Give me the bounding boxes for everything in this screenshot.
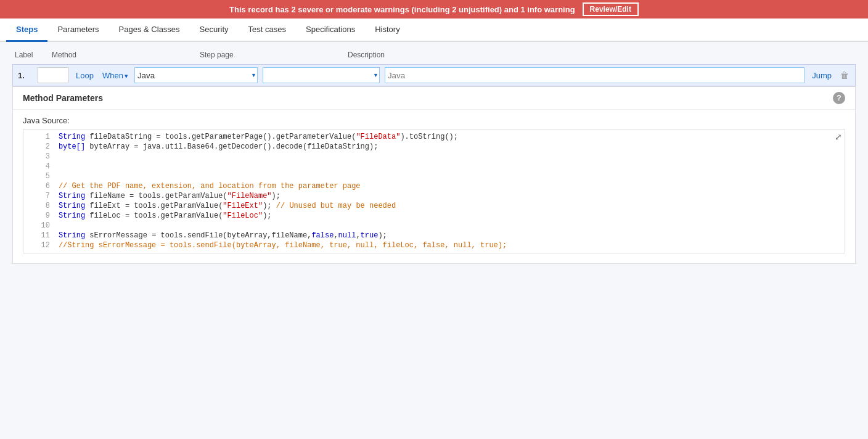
code-line-10: 10 xyxy=(23,221,845,231)
when-label: When xyxy=(102,71,123,80)
tab-parameters[interactable]: Parameters xyxy=(47,18,108,42)
code-line-4: 4 xyxy=(23,162,845,171)
line-number: 2 xyxy=(23,142,56,152)
line-content: String fileExt = tools.getParamValue("Fi… xyxy=(56,201,845,211)
code-line-5: 5 xyxy=(23,171,845,181)
line-content: String sErrorMessage = tools.sendFile(by… xyxy=(56,231,845,240)
tab-pages-classes[interactable]: Pages & Classes xyxy=(109,18,190,42)
step-page-wrapper xyxy=(263,67,380,83)
code-line-1: 1String fileDataString = tools.getParame… xyxy=(23,132,845,142)
line-number: 12 xyxy=(23,240,56,250)
method-params-title: Method Parameters xyxy=(23,93,103,103)
code-line-12: 12//String sErrorMessage = tools.sendFil… xyxy=(23,240,845,250)
code-line-8: 8String fileExt = tools.getParamValue("F… xyxy=(23,201,845,211)
tab-history[interactable]: History xyxy=(365,18,409,42)
label-header: Label xyxy=(15,51,52,59)
method-params-header: Method Parameters ? xyxy=(13,87,855,110)
step-page-header: Step page xyxy=(200,51,348,59)
code-line-6: 6// Get the PDF name, extension, and loc… xyxy=(23,181,845,191)
warning-text: This record has 2 severe or moderate war… xyxy=(229,5,575,14)
line-content: // Get the PDF name, extension, and loca… xyxy=(56,181,845,191)
tab-security[interactable]: Security xyxy=(190,18,239,42)
tab-bar: StepsParametersPages & ClassesSecurityTe… xyxy=(0,18,868,42)
expand-code-button[interactable]: ⤢ xyxy=(835,132,842,142)
description-header: Description xyxy=(348,51,856,59)
tab-specifications[interactable]: Specifications xyxy=(296,18,365,42)
code-line-9: 9String fileLoc = tools.getParamValue("F… xyxy=(23,211,845,221)
code-line-11: 11String sErrorMessage = tools.sendFile(… xyxy=(23,231,845,240)
description-input[interactable] xyxy=(385,67,805,83)
code-line-3: 3 xyxy=(23,152,845,162)
when-button[interactable]: When xyxy=(101,71,129,80)
line-number: 5 xyxy=(23,171,56,181)
line-number: 3 xyxy=(23,152,56,162)
code-line-7: 7String fileName = tools.getParamValue("… xyxy=(23,191,845,201)
method-input[interactable] xyxy=(134,67,258,83)
jump-button[interactable]: Jump xyxy=(809,71,834,80)
line-content: String fileName = tools.getParamValue("F… xyxy=(56,191,845,201)
line-content: //String sErrorMessage = tools.sendFile(… xyxy=(56,240,845,250)
method-header: Method xyxy=(52,51,200,59)
line-content xyxy=(56,152,845,162)
tab-steps[interactable]: Steps xyxy=(6,18,47,42)
line-content xyxy=(56,221,845,231)
line-number: 4 xyxy=(23,162,56,171)
line-number: 9 xyxy=(23,211,56,221)
line-number: 11 xyxy=(23,231,56,240)
line-content: String fileLoc = tools.getParamValue("Fi… xyxy=(56,211,845,221)
line-number: 8 xyxy=(23,201,56,211)
method-params-panel: Method Parameters ? Java Source: ⤢ 1Stri… xyxy=(12,86,856,264)
warning-banner: This record has 2 severe or moderate war… xyxy=(0,0,868,18)
when-dropdown-icon xyxy=(125,71,128,80)
loop-button[interactable]: Loop xyxy=(73,71,96,80)
line-content: String fileDataString = tools.getParamet… xyxy=(56,132,845,142)
step-page-input[interactable] xyxy=(263,67,380,83)
step-column-headers: Label Method Step page Description xyxy=(15,48,856,62)
step-number: 1. xyxy=(18,71,33,80)
line-number: 1 xyxy=(23,132,56,142)
main-content: Label Method Step page Description 1. Lo… xyxy=(0,42,868,439)
code-lines: 1String fileDataString = tools.getParame… xyxy=(23,129,845,253)
tab-test-cases[interactable]: Test cases xyxy=(239,18,296,42)
line-content xyxy=(56,162,845,171)
code-editor: ⤢ 1String fileDataString = tools.getPara… xyxy=(23,129,845,253)
line-number: 7 xyxy=(23,191,56,201)
code-line-2: 2byte[] byteArray = java.util.Base64.get… xyxy=(23,142,845,152)
step-row-1: 1. Loop When Jump 🗑 xyxy=(12,64,856,86)
step-label-input[interactable] xyxy=(38,67,68,83)
line-number: 10 xyxy=(23,221,56,231)
line-number: 6 xyxy=(23,181,56,191)
line-content: byte[] byteArray = java.util.Base64.getD… xyxy=(56,142,845,152)
java-source-label: Java Source: xyxy=(13,110,855,129)
review-edit-button[interactable]: Review/Edit xyxy=(583,2,639,16)
help-icon[interactable]: ? xyxy=(833,92,845,104)
delete-step-button[interactable]: 🗑 xyxy=(839,70,850,80)
method-wrapper xyxy=(134,67,258,83)
line-content xyxy=(56,171,845,181)
